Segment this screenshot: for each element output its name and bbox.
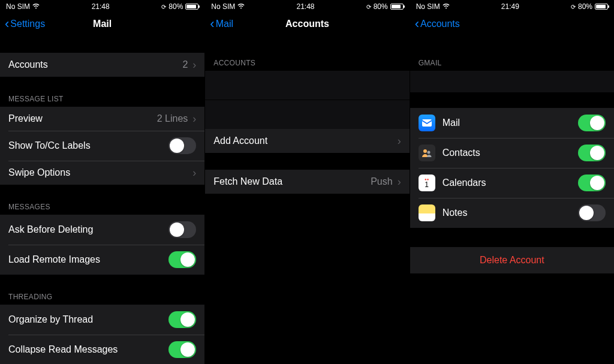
- calendars-toggle-cell: ●●1 Calendars: [410, 168, 614, 198]
- chevron-right-icon: ›: [398, 176, 401, 187]
- show-tocc-cell: Show To/Cc Labels: [0, 131, 204, 161]
- chevron-right-icon: ›: [192, 59, 196, 70]
- wifi-icon: [237, 4, 245, 10]
- section-header-message-list: MESSAGE LIST: [0, 89, 204, 107]
- cell-label: Show To/Cc Labels: [8, 140, 91, 151]
- preview-cell[interactable]: Preview 2 Lines ›: [0, 107, 204, 131]
- accounts-cell[interactable]: Accounts 2 ›: [0, 53, 204, 77]
- section-header-messages: MESSAGES: [0, 197, 204, 215]
- preview-value: 2 Lines: [157, 113, 188, 124]
- redacted-account-2[interactable]: [205, 100, 409, 129]
- redacted-account-1[interactable]: [205, 71, 409, 100]
- delete-account-button[interactable]: Delete Account: [410, 247, 614, 273]
- status-time: 21:48: [296, 2, 314, 11]
- redacted-account-email[interactable]: [410, 71, 614, 92]
- cell-label: Add Account: [213, 136, 267, 146]
- carrier-text: No SIM: [416, 2, 440, 11]
- svg-point-1: [423, 149, 427, 153]
- show-tocc-toggle[interactable]: [168, 137, 196, 154]
- load-remote-images-cell: Load Remote Images: [0, 245, 204, 275]
- cell-label: Ask Before Deleting: [8, 224, 93, 235]
- status-bar: No SIM 21:48 ⟳ 80%: [0, 0, 204, 12]
- wifi-icon: [32, 4, 40, 10]
- section-header-gmail: GMAIL: [410, 53, 614, 71]
- cell-label: Notes: [443, 207, 468, 218]
- page-title: Accounts: [205, 19, 409, 29]
- cell-label: Swipe Options: [8, 167, 70, 178]
- add-account-cell[interactable]: Add Account ›: [205, 129, 409, 153]
- back-button[interactable]: ‹ Accounts: [415, 17, 460, 31]
- svg-point-2: [427, 151, 430, 154]
- notes-toggle[interactable]: [578, 204, 606, 221]
- section-header-threading: THREADING: [0, 287, 204, 305]
- status-time: 21:48: [92, 2, 110, 11]
- battery-icon: [185, 4, 198, 10]
- mail-toggle-cell: Mail: [410, 108, 614, 138]
- load-remote-images-toggle[interactable]: [168, 251, 196, 268]
- chevron-left-icon: ‹: [415, 17, 419, 31]
- cell-label: Calendars: [443, 178, 486, 188]
- cell-label: Preview: [8, 113, 43, 124]
- cell-label: Accounts: [8, 59, 48, 70]
- back-label: Accounts: [420, 19, 460, 29]
- carrier-text: No SIM: [211, 2, 235, 11]
- delete-account-label: Delete Account: [480, 255, 544, 265]
- wifi-icon: [443, 4, 450, 10]
- carrier-text: No SIM: [6, 2, 30, 11]
- chevron-right-icon: ›: [192, 167, 196, 178]
- back-label: Settings: [10, 19, 45, 29]
- calendar-icon: ●●1: [419, 175, 435, 191]
- ask-before-deleting-toggle[interactable]: [168, 221, 196, 238]
- nav-bar: ‹ Accounts: [410, 12, 614, 36]
- battery-percent: 80%: [168, 2, 183, 11]
- contacts-toggle-cell: Contacts: [410, 138, 614, 168]
- accounts-count: 2: [182, 59, 188, 70]
- screen-accounts: No SIM 21:48 ⟳ 80% ‹ Mail Accounts ACCOU…: [204, 0, 409, 364]
- contacts-toggle[interactable]: [578, 145, 606, 161]
- mail-toggle[interactable]: [578, 115, 606, 131]
- battery-icon: [390, 4, 404, 10]
- back-button[interactable]: ‹ Settings: [5, 17, 45, 31]
- cell-label: Organize by Thread: [8, 314, 93, 325]
- status-bar: No SIM 21:48 ⟳ 80%: [205, 0, 409, 12]
- collapse-read-toggle[interactable]: [168, 341, 196, 358]
- status-bar: No SIM 21:49 ⟳ 80%: [410, 0, 614, 12]
- screen-mail-settings: No SIM 21:48 ⟳ 80% ‹ Settings Mail Accou…: [0, 0, 204, 364]
- status-time: 21:49: [501, 2, 519, 11]
- mail-icon: [419, 115, 435, 131]
- notes-toggle-cell: Notes: [410, 198, 614, 228]
- collapse-read-cell: Collapse Read Messages: [0, 335, 204, 364]
- chevron-left-icon: ‹: [5, 17, 9, 31]
- nav-bar: ‹ Mail Accounts: [205, 12, 409, 36]
- rotation-lock-icon: ⟳: [366, 4, 371, 10]
- battery-percent: 80%: [578, 2, 592, 11]
- calendars-toggle[interactable]: [578, 175, 606, 191]
- fetch-value: Push: [371, 176, 392, 187]
- cell-label: Contacts: [443, 148, 480, 158]
- rotation-lock-icon: ⟳: [571, 4, 576, 10]
- cell-label: Load Remote Images: [8, 254, 100, 265]
- notes-icon: [419, 204, 435, 221]
- battery-icon: [595, 4, 608, 10]
- cell-label: Fetch New Data: [213, 176, 282, 187]
- rotation-lock-icon: ⟳: [161, 4, 166, 10]
- fetch-new-data-cell[interactable]: Fetch New Data Push ›: [205, 170, 409, 194]
- cell-label: Mail: [443, 118, 460, 128]
- back-button[interactable]: ‹ Mail: [210, 17, 233, 31]
- swipe-options-cell[interactable]: Swipe Options ›: [0, 161, 204, 185]
- screen-account-detail: No SIM 21:49 ⟳ 80% ‹ Accounts GMAIL Mail: [410, 0, 614, 364]
- cell-label: Collapse Read Messages: [8, 344, 118, 355]
- organize-by-thread-cell: Organize by Thread: [0, 305, 204, 335]
- nav-bar: ‹ Settings Mail: [0, 12, 204, 36]
- ask-before-deleting-cell: Ask Before Deleting: [0, 215, 204, 245]
- battery-percent: 80%: [374, 2, 388, 11]
- organize-by-thread-toggle[interactable]: [168, 311, 196, 328]
- chevron-left-icon: ‹: [210, 17, 214, 31]
- chevron-right-icon: ›: [192, 113, 196, 124]
- contacts-icon: [419, 145, 435, 161]
- chevron-right-icon: ›: [398, 136, 401, 146]
- section-header-accounts: ACCOUNTS: [205, 53, 409, 71]
- svg-rect-0: [422, 119, 432, 127]
- back-label: Mail: [216, 19, 233, 29]
